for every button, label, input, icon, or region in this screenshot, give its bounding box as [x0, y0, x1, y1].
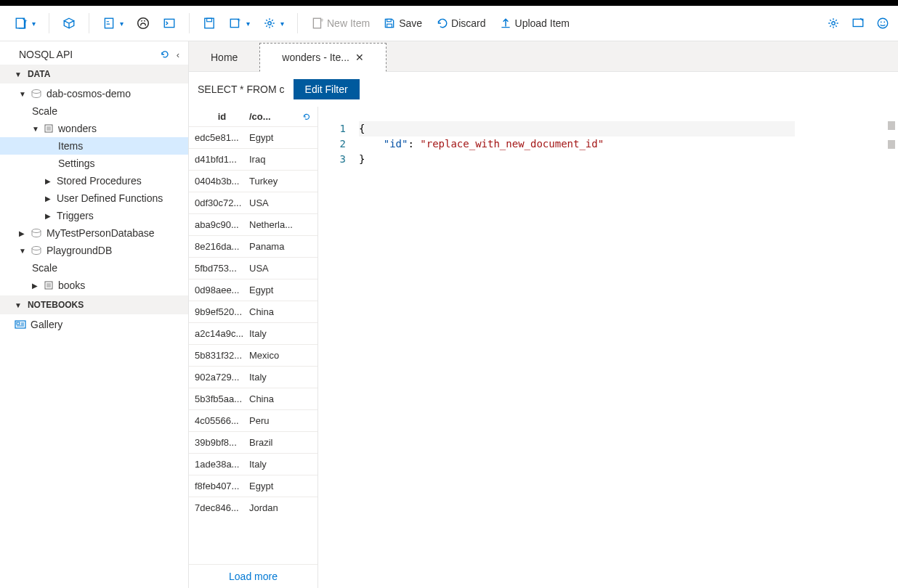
save-query-button[interactable] [197, 14, 222, 33]
item-row[interactable]: 0df30c72...USA [189, 192, 317, 213]
separator [189, 13, 190, 33]
item-country: Italy [249, 328, 312, 339]
database-dab-cosmos-demo[interactable]: ▼dab-cosmos-demo [0, 85, 188, 102]
tab-home[interactable]: Home [189, 44, 259, 71]
item-row[interactable]: 8e216da...Panama [189, 235, 317, 257]
database-icon [31, 89, 42, 99]
svg-point-21 [32, 229, 41, 233]
item-id: 8e216da... [195, 241, 249, 252]
item-country: Italy [249, 459, 312, 470]
separator [297, 13, 298, 33]
undo-icon [435, 17, 448, 30]
item-row[interactable]: 5b3fb5aa...China [189, 388, 317, 409]
database-icon [31, 228, 42, 238]
item-id: 5b831f32... [195, 350, 249, 361]
save-button[interactable]: Save [377, 14, 428, 33]
item-country: China [249, 306, 312, 317]
item-id: 7dec846... [195, 502, 249, 513]
database-playgrounddb[interactable]: ▼PlaygroundDB [0, 242, 188, 259]
code-content[interactable]: { "id": "replace_with_new_document_id" } [359, 121, 795, 167]
item-row[interactable]: 0d98aee...Egypt [189, 279, 317, 301]
chevron-down-icon: ▾ [280, 20, 284, 28]
settings-icon[interactable] [827, 17, 840, 30]
tree-scale[interactable]: Scale [0, 259, 188, 277]
container-wonders[interactable]: ▼wonders [0, 120, 188, 137]
item-row[interactable]: aba9c90...Netherla... [189, 213, 317, 235]
svg-point-18 [883, 21, 885, 23]
item-row[interactable]: edc5e81...Egypt [189, 126, 317, 148]
close-icon[interactable]: ✕ [355, 52, 364, 63]
tree-scale[interactable]: Scale [0, 102, 188, 120]
chevron-right-icon: ▶ [32, 282, 41, 290]
svg-text:+: + [237, 17, 240, 24]
item-row[interactable]: 1ade38a...Italy [189, 453, 317, 475]
chevron-down-icon: ▾ [32, 20, 36, 28]
item-row[interactable]: 5fbd753...USA [189, 257, 317, 279]
item-row[interactable]: a2c14a9c...Italy [189, 322, 317, 344]
discard-button[interactable]: Discard [429, 14, 491, 33]
tree-settings[interactable]: Settings [0, 155, 188, 172]
tab-wonders-items[interactable]: wonders - Ite...✕ [259, 43, 387, 72]
cube-button[interactable] [57, 14, 81, 33]
terminal-button[interactable] [157, 14, 182, 33]
gear-icon [263, 17, 276, 30]
json-editor[interactable]: 1 2 3 { "id": "replace_with_new_document… [318, 107, 898, 588]
item-id: aba9c90... [195, 219, 249, 230]
item-country: Iraq [249, 154, 312, 165]
item-country: Jordan [249, 502, 312, 513]
tree-triggers[interactable]: ▶Triggers [0, 207, 188, 224]
chevron-down-icon: ▼ [19, 90, 28, 98]
item-id: 902a729... [195, 372, 249, 383]
github-button[interactable] [131, 14, 155, 33]
item-country: Panama [249, 241, 312, 252]
refresh-icon[interactable] [159, 49, 171, 60]
item-country: Peru [249, 415, 312, 426]
item-id: d41bfd1... [195, 154, 249, 165]
refresh-icon[interactable] [302, 112, 312, 122]
item-country: Egypt [249, 132, 312, 143]
svg-point-17 [881, 21, 882, 23]
item-row[interactable]: 39b9bf8...Brazil [189, 431, 317, 453]
gallery-icon [15, 319, 26, 330]
settings-dropdown-button[interactable]: ▾ [257, 14, 290, 33]
item-row[interactable]: f8feb407...Egypt [189, 475, 317, 497]
tree-stored-procedures[interactable]: ▶Stored Procedures [0, 172, 188, 189]
discard-label: Discard [451, 17, 485, 29]
svg-point-22 [32, 247, 41, 250]
item-row[interactable]: d41bfd1...Iraq [189, 148, 317, 170]
upload-label: Upload Item [515, 17, 570, 29]
feedback-icon[interactable] [852, 17, 865, 30]
gallery-link[interactable]: Gallery [0, 314, 188, 335]
section-notebooks[interactable]: ▼NOTEBOOKS [0, 295, 188, 314]
load-more-link[interactable]: Load more [189, 564, 317, 588]
item-row[interactable]: 902a729...Italy [189, 366, 317, 388]
item-id: 5b3fb5aa... [195, 393, 249, 404]
tree-items[interactable]: Items [0, 137, 188, 155]
item-country: Brazil [249, 437, 312, 448]
open-query-button[interactable]: ▾ [97, 14, 129, 33]
new-sql-button[interactable]: +▾ [223, 14, 256, 33]
upload-item-button[interactable]: Upload Item [493, 14, 575, 33]
column-id[interactable]: id [195, 111, 249, 122]
item-row[interactable]: 7dec846...Jordan [189, 497, 317, 518]
column-country[interactable]: /co... [249, 111, 302, 122]
container-books[interactable]: ▶books [0, 277, 188, 294]
edit-filter-button[interactable]: Edit Filter [294, 79, 360, 99]
line-gutter: 1 2 3 [318, 121, 355, 167]
scrollbar-thumb[interactable] [888, 140, 895, 149]
toolbar: +▾ ▾ +▾ ▾ +New Item Save Discard Upload … [0, 6, 898, 41]
svg-text:+: + [23, 17, 27, 25]
item-row[interactable]: 9b9ef520...China [189, 301, 317, 322]
item-row[interactable]: 4c05566...Peru [189, 409, 317, 431]
new-database-button[interactable]: +▾ [9, 14, 41, 33]
database-mytestpersondatabase[interactable]: ▶MyTestPersonDatabase [0, 224, 188, 242]
collapse-icon[interactable]: ‹ [177, 49, 179, 60]
new-item-button[interactable]: +New Item [305, 14, 376, 33]
tree-udf[interactable]: ▶User Defined Functions [0, 189, 188, 207]
section-data[interactable]: ▼DATA [0, 65, 188, 83]
item-row[interactable]: 0404b3b...Turkey [189, 170, 317, 192]
item-row[interactable]: 5b831f32...Mexico [189, 344, 317, 366]
smile-icon[interactable] [876, 17, 889, 30]
item-country: Egypt [249, 481, 312, 491]
scrollbar-thumb[interactable] [888, 121, 895, 130]
